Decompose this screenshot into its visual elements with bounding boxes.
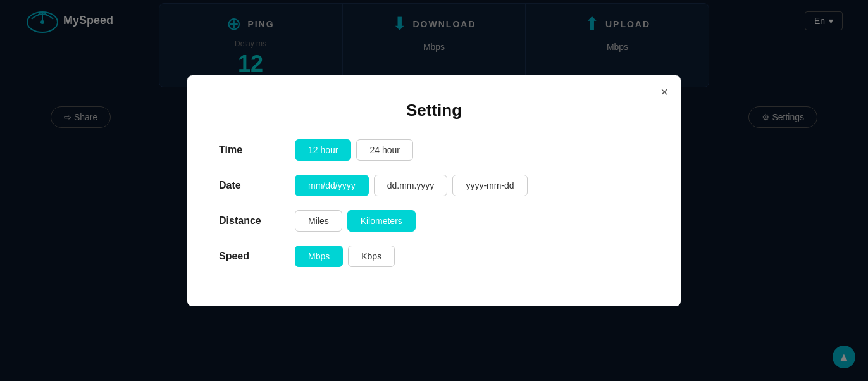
date-label: Date	[219, 180, 295, 191]
settings-modal: × Setting Time 12 hour 24 hour Date mm/d…	[187, 75, 681, 306]
modal-close-button[interactable]: ×	[660, 85, 668, 99]
speed-mbps-button[interactable]: Mbps	[295, 246, 343, 267]
time-btn-group: 12 hour 24 hour	[295, 139, 413, 161]
time-label: Time	[219, 144, 295, 156]
date-btn-group: mm/dd/yyyy dd.mm.yyyy yyyy-mm-dd	[295, 175, 528, 196]
date-setting-row: Date mm/dd/yyyy dd.mm.yyyy yyyy-mm-dd	[219, 175, 649, 196]
distance-setting-row: Distance Miles Kilometers	[219, 210, 649, 232]
modal-title: Setting	[219, 101, 649, 120]
speed-kbps-button[interactable]: Kbps	[348, 246, 395, 267]
time-setting-row: Time 12 hour 24 hour	[219, 139, 649, 161]
time-12hour-button[interactable]: 12 hour	[295, 139, 351, 161]
time-24hour-button[interactable]: 24 hour	[356, 139, 412, 161]
speed-setting-row: Speed Mbps Kbps	[219, 246, 649, 267]
speed-btn-group: Mbps Kbps	[295, 246, 395, 267]
distance-btn-group: Miles Kilometers	[295, 210, 416, 232]
modal-overlay[interactable]: × Setting Time 12 hour 24 hour Date mm/d…	[0, 0, 868, 381]
distance-label: Distance	[219, 215, 295, 227]
distance-miles-button[interactable]: Miles	[295, 210, 342, 232]
speed-label: Speed	[219, 251, 295, 262]
date-ymd-button[interactable]: yyyy-mm-dd	[452, 175, 527, 196]
distance-km-button[interactable]: Kilometers	[347, 210, 416, 232]
date-dmy-button[interactable]: dd.mm.yyyy	[374, 175, 448, 196]
date-mdy-button[interactable]: mm/dd/yyyy	[295, 175, 369, 196]
